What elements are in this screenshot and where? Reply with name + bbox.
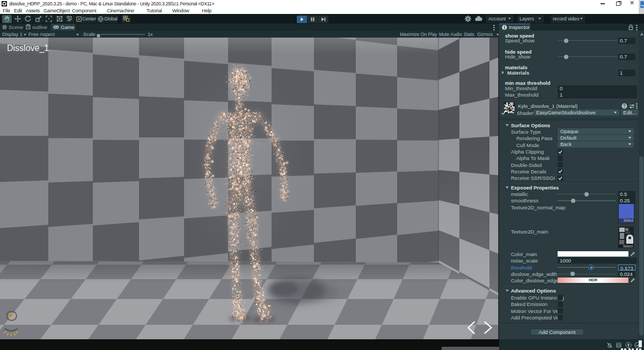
svg-text:Disslove_1: Disslove_1 — [7, 43, 49, 53]
svg-text:Select: Select — [623, 244, 633, 248]
